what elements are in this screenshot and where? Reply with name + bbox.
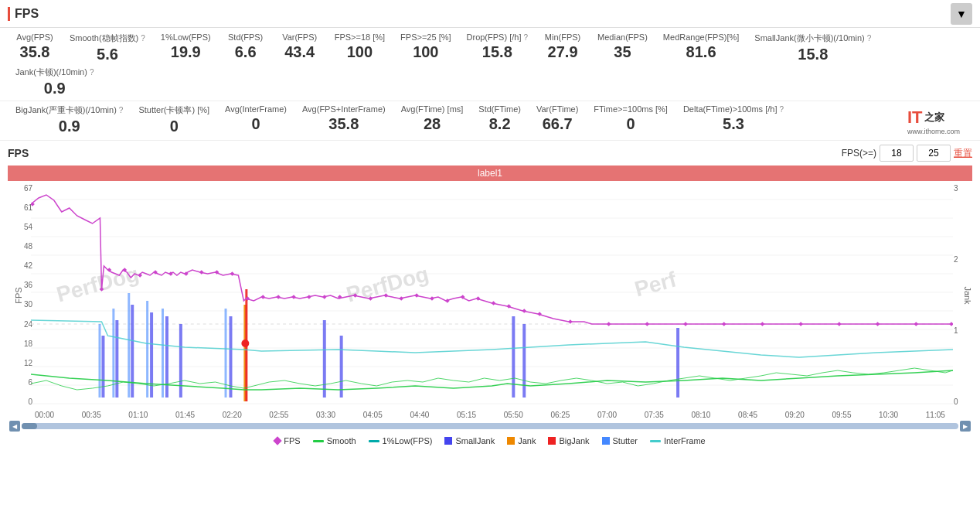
metric-item: Min(FPS) 27.9 bbox=[536, 31, 590, 65]
scrollbar-handle[interactable] bbox=[22, 423, 37, 429]
y-axis-value: 48 bbox=[9, 242, 32, 251]
y-axis-jank-value: 3 bbox=[954, 184, 969, 193]
x-axis-label: 02:55 bbox=[269, 411, 288, 419]
metric-value: 0.9 bbox=[44, 80, 66, 97]
y-axis-jank-value: 1 bbox=[954, 326, 969, 335]
metric-item: Avg(InterFrame) 0 bbox=[217, 103, 294, 137]
svg-rect-74 bbox=[914, 322, 918, 326]
svg-rect-53 bbox=[369, 296, 373, 301]
legend-label: SmallJank bbox=[455, 436, 495, 445]
svg-rect-68 bbox=[683, 322, 688, 326]
legend-item: InterFrame bbox=[650, 436, 706, 445]
metric-label: Avg(FPS+InterFrame) bbox=[302, 104, 386, 114]
svg-rect-58 bbox=[445, 299, 450, 303]
metric-label: Std(FPS) bbox=[228, 32, 263, 42]
metric-item: Var(FPS) 43.4 bbox=[273, 31, 327, 65]
metric-value: 5.3 bbox=[723, 115, 744, 133]
svg-rect-56 bbox=[414, 293, 419, 298]
y-axis-value: 54 bbox=[9, 223, 32, 231]
x-axis-label: 05:15 bbox=[457, 411, 476, 419]
x-axis-label: 06:25 bbox=[550, 411, 570, 419]
metric-value: 66.7 bbox=[543, 115, 573, 133]
metric-item: BigJank(严重卡顿)(/10min) ? 0.9 bbox=[8, 103, 131, 137]
x-axis: 00:0000:3501:1001:4502:2002:5503:3004:05… bbox=[8, 409, 972, 419]
header-bar: FPS ▼ bbox=[0, 0, 980, 28]
legend-item: BigJank bbox=[548, 436, 589, 445]
chart-area: label1 PerfDog PerfDog Perf 676154484236… bbox=[0, 165, 980, 419]
metric-item: FPS>=25 [%] 100 bbox=[393, 31, 458, 65]
metric-item: Avg(FPS+InterFrame) 35.8 bbox=[294, 103, 393, 137]
metric-value: 35.8 bbox=[328, 115, 359, 133]
x-axis-label: 03:30 bbox=[316, 411, 335, 419]
chart-svg bbox=[31, 181, 953, 409]
y-axis-value: 12 bbox=[9, 359, 32, 367]
svg-rect-55 bbox=[399, 296, 403, 301]
metric-value: 5.6 bbox=[97, 46, 118, 63]
scrollbar-row[interactable]: ◀ ▶ bbox=[0, 419, 980, 433]
ithome-logo: IT 之家 www.ithome.com bbox=[903, 104, 965, 138]
x-axis-label: 10:30 bbox=[879, 411, 898, 419]
y-axis-value: 18 bbox=[9, 340, 32, 348]
svg-rect-20 bbox=[323, 320, 326, 398]
metric-label: Min(FPS) bbox=[545, 32, 580, 42]
metric-item: Avg(FTime) [ms] 28 bbox=[393, 103, 471, 137]
x-axis-label: 11:05 bbox=[926, 411, 945, 419]
dropdown-button[interactable]: ▼ bbox=[951, 3, 972, 25]
metric-label: Std(FTime) bbox=[478, 104, 521, 114]
metric-item: Var(FTime) 66.7 bbox=[529, 103, 586, 137]
metric-item: SmallJank(微小卡顿)(/10min) ? 15.8 bbox=[747, 31, 879, 65]
svg-rect-18 bbox=[179, 324, 182, 398]
fps-y-label: FPS bbox=[14, 287, 23, 303]
x-axis-label: 04:40 bbox=[410, 411, 429, 419]
svg-rect-47 bbox=[276, 295, 281, 299]
metric-value: 0 bbox=[251, 115, 260, 133]
metric-label: FPS>=25 [%] bbox=[400, 32, 451, 42]
metric-label: FTime>=100ms [%] bbox=[594, 104, 668, 114]
zhijia-text: 之家 bbox=[924, 111, 944, 125]
svg-rect-52 bbox=[353, 293, 358, 298]
svg-rect-22 bbox=[512, 316, 515, 398]
x-axis-label: 07:00 bbox=[597, 411, 617, 419]
x-axis-label: 04:05 bbox=[363, 411, 383, 419]
metric-item: Stutter(卡顿率) [%] 0 bbox=[131, 103, 217, 137]
svg-rect-28 bbox=[146, 301, 148, 398]
metric-label: Avg(FPS) bbox=[16, 32, 53, 42]
legend-bar-icon bbox=[507, 437, 515, 445]
scrollbar-right-btn[interactable]: ▶ bbox=[960, 421, 971, 432]
legend-label: Jank bbox=[518, 436, 536, 445]
metric-label: Stutter(卡顿率) [%] bbox=[138, 104, 209, 116]
fps-18-input[interactable] bbox=[880, 145, 914, 162]
jank-y-label: Jank bbox=[963, 286, 972, 304]
legend-label: InterFrame bbox=[664, 436, 706, 445]
svg-rect-49 bbox=[307, 295, 311, 299]
x-axis-label: 00:35 bbox=[82, 411, 101, 419]
svg-rect-60 bbox=[476, 296, 481, 301]
chevron-down-icon: ▼ bbox=[956, 8, 967, 20]
fps-ge-label: FPS(>=) bbox=[842, 148, 876, 159]
svg-rect-70 bbox=[761, 322, 765, 326]
legend-bar-icon bbox=[444, 437, 452, 445]
svg-rect-75 bbox=[949, 322, 953, 326]
metric-label: 1%Low(FPS) bbox=[161, 32, 211, 42]
scrollbar-left-btn[interactable]: ◀ bbox=[9, 421, 20, 432]
metric-item: Smooth(稳帧指数) ? 5.6 bbox=[62, 31, 153, 65]
chart-label-bar: label1 bbox=[8, 165, 972, 181]
metric-item: Delta(FTime)>100ms [/h] ? 5.3 bbox=[675, 103, 791, 137]
scrollbar-track[interactable] bbox=[22, 423, 958, 429]
svg-rect-13 bbox=[101, 336, 104, 398]
chart-container: PerfDog PerfDog Perf 6761544842363024181… bbox=[8, 181, 972, 409]
svg-rect-48 bbox=[291, 295, 296, 299]
legend-bar-icon bbox=[602, 437, 610, 445]
reset-button[interactable]: 重置 bbox=[954, 147, 972, 160]
x-axis-label: 07:35 bbox=[645, 411, 664, 419]
metric-value: 43.4 bbox=[284, 43, 315, 61]
svg-rect-64 bbox=[537, 312, 542, 316]
url-text: www.ithome.com bbox=[907, 128, 960, 135]
metric-item: Jank(卡顿)(/10min) ? 0.9 bbox=[8, 65, 102, 99]
fps-25-input[interactable] bbox=[917, 145, 951, 162]
metric-label: SmallJank(微小卡顿)(/10min) ? bbox=[754, 32, 871, 44]
metric-label: Delta(FTime)>100ms [/h] ? bbox=[683, 104, 784, 114]
metric-label: Avg(FTime) [ms] bbox=[401, 104, 464, 114]
fps-section-title: FPS bbox=[8, 147, 29, 159]
metric-value: 15.8 bbox=[482, 43, 512, 61]
